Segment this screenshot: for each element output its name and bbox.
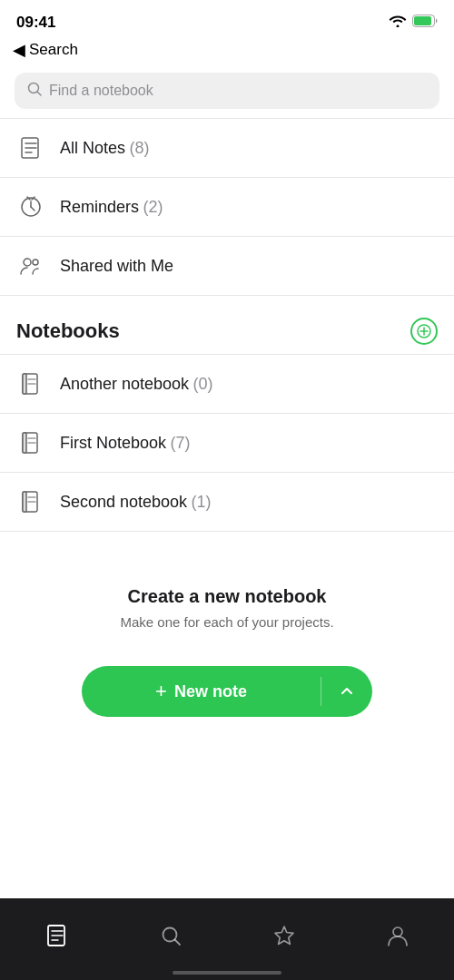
svg-point-36 [393, 927, 402, 936]
back-navigation[interactable]: ◀ Search [0, 40, 454, 67]
svg-line-3 [37, 92, 41, 95]
all-notes-item[interactable]: All Notes (8) [0, 119, 454, 178]
notebook-second-text: Second notebook (1) [60, 493, 212, 512]
svg-rect-27 [23, 492, 26, 512]
add-notebook-button[interactable] [410, 318, 438, 345]
new-note-button[interactable]: + New note [82, 666, 372, 717]
back-label: Search [29, 41, 78, 59]
notebook-second[interactable]: Second notebook (1) [0, 473, 454, 532]
shared-icon [16, 251, 45, 280]
notebooks-title: Notebooks [16, 319, 120, 343]
notebook-another-text: Another notebook (0) [60, 375, 213, 394]
search-placeholder: Find a notebook [49, 83, 153, 99]
status-bar: 09:41 [0, 0, 454, 40]
reminders-item[interactable]: Reminders (2) [0, 178, 454, 237]
search-bar[interactable]: Find a notebook [15, 73, 439, 109]
all-notes-label: All Notes (8) [60, 139, 149, 158]
home-indicator [173, 971, 281, 975]
svg-point-14 [33, 260, 38, 265]
tab-search[interactable] [158, 923, 183, 948]
tab-shortcuts-icon [271, 923, 297, 948]
all-notes-icon [16, 133, 45, 162]
tab-shortcuts[interactable] [271, 923, 297, 948]
notebook-another[interactable]: Another notebook (0) [0, 355, 454, 414]
status-icons [389, 15, 438, 31]
notebook-first[interactable]: First Notebook (7) [0, 414, 454, 473]
svg-rect-23 [23, 433, 26, 453]
shared-label: Shared with Me [60, 257, 173, 276]
notebook-first-text: First Notebook (7) [60, 434, 191, 453]
notebook-icon-first [16, 428, 45, 457]
svg-rect-1 [414, 16, 431, 25]
promo-subtitle: Make one for each of your projects. [27, 614, 427, 630]
new-note-label: New note [174, 682, 247, 701]
notebooks-header: Notebooks [0, 296, 454, 354]
new-note-container: + New note [0, 648, 454, 744]
tab-account-icon [385, 923, 410, 948]
new-note-chevron[interactable] [321, 687, 372, 696]
tab-search-icon [158, 923, 183, 948]
svg-point-13 [24, 259, 31, 266]
battery-icon [412, 15, 438, 31]
promo-section: Create a new notebook Make one for each … [0, 532, 454, 648]
notebook-icon-second [16, 487, 45, 516]
promo-title: Create a new notebook [27, 586, 427, 607]
search-bar-container: Find a notebook [0, 67, 454, 118]
svg-rect-19 [23, 374, 26, 394]
svg-line-35 [174, 940, 180, 946]
shared-item[interactable]: Shared with Me [0, 237, 454, 296]
wifi-icon [389, 15, 407, 31]
back-arrow-icon: ◀ [13, 40, 25, 60]
tab-notes-icon [44, 923, 70, 948]
notebooks-list: Another notebook (0) First Notebook (7) [0, 354, 454, 532]
new-note-main: + New note [82, 680, 321, 703]
new-note-plus-icon: + [155, 680, 167, 703]
reminders-icon [16, 192, 45, 221]
notebook-icon-another [16, 369, 45, 398]
tab-notes[interactable] [44, 923, 70, 948]
main-list: All Notes (8) Reminders (2) [0, 118, 454, 296]
status-time: 09:41 [16, 14, 55, 32]
reminders-label: Reminders (2) [60, 198, 163, 217]
tab-account[interactable] [385, 923, 410, 948]
tab-bar [0, 898, 454, 980]
search-icon [27, 82, 42, 100]
svg-line-10 [31, 207, 35, 211]
